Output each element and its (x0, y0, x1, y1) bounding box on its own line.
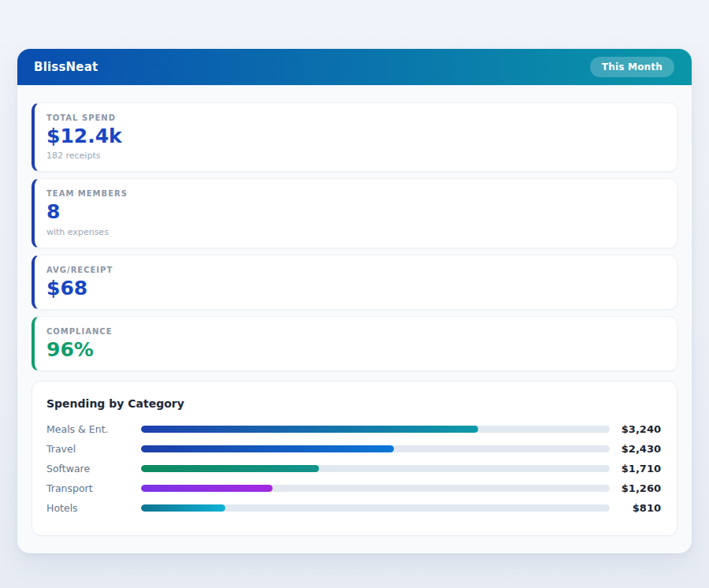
bar-track (141, 465, 610, 472)
bar-track (141, 445, 610, 452)
stat-label: AVG/RECEIPT (46, 266, 663, 274)
stat-card-total-spend: TOTAL SPEND $12.4k 182 receipts (32, 102, 677, 172)
stat-subtext: 182 receipts (46, 151, 663, 161)
panel-title: Spending by Category (46, 397, 661, 410)
stat-value: 96% (46, 340, 663, 360)
stat-label: TOTAL SPEND (46, 114, 663, 122)
spend-row-hotels: Hotels $810 (46, 498, 661, 518)
bar-fill-meals (141, 426, 478, 433)
bar-fill-transport (141, 485, 273, 492)
stat-card-compliance: COMPLIANCE 96% (32, 316, 677, 371)
stat-label: TEAM MEMBERS (46, 189, 663, 198)
category-amount: $810 (618, 502, 661, 514)
period-badge[interactable]: This Month (590, 57, 674, 77)
spend-row-travel: Travel $2,430 (46, 439, 661, 459)
stat-value: 8 (46, 202, 663, 222)
category-amount: $2,430 (618, 443, 661, 455)
bar-track (141, 485, 610, 492)
category-label: Meals & Ent. (46, 423, 141, 435)
spend-row-software: Software $1,710 (46, 459, 661, 478)
category-label: Software (46, 463, 141, 474)
bar-fill-software (141, 465, 319, 472)
spend-row-transport: Transport $1,260 (46, 478, 661, 498)
category-amount: $1,710 (618, 463, 661, 474)
spending-by-category-panel: Spending by Category Meals & Ent. $3,240… (32, 381, 677, 536)
app-body: TOTAL SPEND $12.4k 182 receipts TEAM MEM… (17, 85, 692, 553)
stat-value: $12.4k (46, 126, 663, 147)
dashboard-card: BlissNeat This Month TOTAL SPEND $12.4k … (17, 49, 692, 553)
stat-label: COMPLIANCE (46, 327, 663, 336)
spend-row-meals: Meals & Ent. $3,240 (46, 419, 661, 439)
bar-fill-hotels (141, 504, 225, 512)
app-header: BlissNeat This Month (17, 49, 692, 85)
category-amount: $1,260 (618, 482, 661, 494)
category-amount: $3,240 (618, 423, 661, 435)
bar-fill-travel (141, 445, 394, 452)
stat-card-team-members: TEAM MEMBERS 8 with expenses (32, 178, 677, 247)
bar-track (141, 504, 610, 512)
page-background: { "header": { "title": "BlissNeat", "bad… (0, 0, 709, 588)
stat-card-avg-receipt: AVG/RECEIPT $68 (32, 255, 677, 310)
stat-subtext: with expenses (46, 227, 663, 237)
category-label: Transport (46, 482, 141, 494)
category-label: Travel (46, 443, 141, 455)
category-label: Hotels (46, 502, 141, 514)
bar-track (141, 426, 610, 433)
app-title: BlissNeat (34, 60, 98, 74)
stat-value: $68 (46, 278, 663, 299)
